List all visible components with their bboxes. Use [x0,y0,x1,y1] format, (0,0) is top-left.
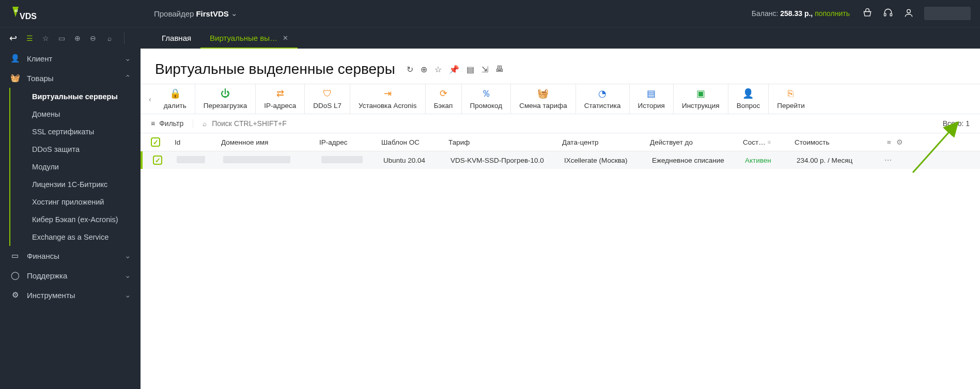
checkbox-row[interactable] [153,155,162,165]
chevron-down-icon: ⌄ [125,290,131,300]
table-row[interactable]: Ubuntu 20.04 VDS-KVM-SSD-Прогрев-10.0 IX… [141,151,980,169]
headset-icon[interactable] [883,8,893,20]
col-status[interactable]: Сост… ≡ [743,138,795,146]
cell-domain [223,156,290,163]
user-menu[interactable] [924,7,971,20]
svg-rect-2 [884,13,886,15]
print-icon[interactable]: 🖶 [495,65,504,74]
tb-acronis[interactable]: ⇥Установка Acronis [350,84,426,114]
col-tariff[interactable]: Тариф [448,138,562,146]
star-icon[interactable]: ☆ [434,65,442,74]
search-box[interactable]: ⌕ [193,119,943,128]
download-icon[interactable]: ⇲ [481,65,488,74]
lock-icon: 🔒 [169,87,181,100]
balance-value: 258.33 р., [780,9,813,18]
col-expires[interactable]: Действует до [650,138,743,146]
tb-tariff[interactable]: 🧺Смена тарифа [511,84,575,114]
nav-label: Поддержка [27,271,67,280]
tb-goto[interactable]: ⎘Перейти [769,84,813,114]
globe-icon[interactable]: ⊕ [421,65,427,74]
tab-label: Главная [162,34,191,42]
network-icon: ⇄ [276,87,284,100]
export-icon[interactable]: ▤ [466,65,474,74]
refresh-icon[interactable]: ↻ [407,65,413,74]
nav-label: Финансы [27,252,59,260]
tree-icon[interactable]: ☰ [26,34,33,42]
nav-finance[interactable]: ▭ Финансы ⌄ [0,246,141,266]
search-icon[interactable]: ⌕ [107,34,112,42]
tb-question[interactable]: 👤Вопрос [728,84,769,114]
tb-history[interactable]: ▤История [630,84,674,114]
sidebar-item-hosting[interactable]: Хостинг приложений [28,193,141,211]
chevron-up-icon: ⌃ [125,73,131,83]
col-os[interactable]: Шаблон ОС [381,138,448,146]
sidebar-item-bitrix[interactable]: Лицензии 1С-Битрикс [28,176,141,193]
chevron-down-icon: ⌄ [125,271,131,280]
col-id[interactable]: Id [175,138,221,146]
tb-delete[interactable]: 🔒далить [155,84,195,114]
star-icon[interactable]: ☆ [42,34,49,42]
sort-icon: ≡ [768,139,771,145]
filter-bar: ≡ Фильтр ⌕ Всего: 1 [141,114,980,133]
sidebar-item-modules[interactable]: Модули [28,158,141,176]
search-input[interactable] [212,119,418,128]
sidebar-item-ddos[interactable]: DDoS защита [28,141,141,158]
nav-client[interactable]: 👤 Клиент ⌄ [0,49,141,68]
topup-link[interactable]: пополнить [815,9,850,18]
toolbar-prev[interactable]: ‹ [145,84,155,114]
sidebar-item-vds[interactable]: Виртуальные серверы [28,88,141,105]
back-icon[interactable]: ↩ [9,33,17,44]
tab-vds[interactable]: Виртуальные вы… ✕ [200,27,298,49]
backup-icon: ⟳ [440,87,447,100]
tb-reboot[interactable]: ⏻Перезагрузка [195,84,256,114]
plus-circle-icon[interactable]: ⊕ [74,34,81,42]
filter-button[interactable]: ≡ Фильтр [151,119,193,128]
sidebar-item-exchange[interactable]: Exchange as a Service [28,228,141,246]
tabs: Главная Виртуальные вы… ✕ [152,27,298,49]
close-icon[interactable]: ✕ [283,34,288,42]
sidebar-item-domains[interactable]: Домены [28,105,141,123]
cell-tariff: VDS-KVM-SSD-Прогрев-10.0 [450,157,564,164]
tb-stats[interactable]: ◔Статистика [576,84,630,114]
nav-tools[interactable]: ⚙ Инструменты ⌄ [0,285,141,305]
user-icon[interactable] [904,8,914,20]
provider-selector[interactable]: Провайдер FirstVDS ⌄ [154,9,238,18]
col-domain[interactable]: Доменное имя [221,138,319,146]
nav-support[interactable]: ◯ Поддержка ⌄ [0,266,141,285]
minus-circle-icon[interactable]: ⊖ [90,34,96,42]
col-cost[interactable]: Стоимость [795,138,882,146]
tb-instr[interactable]: ▣Инструкция [674,84,728,114]
briefcase-icon[interactable]: ▭ [58,34,65,42]
basket-icon[interactable] [862,8,873,20]
logo[interactable]: st VDS [9,6,40,21]
col-ip[interactable]: IP-адрес [319,138,381,146]
col-dc[interactable]: Дата-центр [562,138,650,146]
svg-rect-3 [890,13,892,15]
columns-menu-icon[interactable]: ≡ [887,138,891,146]
checkbox-all[interactable] [151,137,160,147]
row-more-icon[interactable]: ⋯ [884,156,905,164]
cell-status: Активен [745,157,797,164]
topbar: st VDS Провайдер FirstVDS ⌄ Баланс: 258.… [0,0,980,27]
secondbar: ↩ ☰ ☆ ▭ ⊕ ⊖ ⌕ Главная Виртуальные вы… ✕ [0,27,980,49]
basket-icon: 🧺 [9,73,21,83]
nav-products[interactable]: 🧺 Товары ⌃ [0,68,141,88]
search-icon: ⌕ [203,119,207,128]
pin-icon[interactable]: 📌 [449,65,459,74]
sidebar-item-acronis[interactable]: Кибер Бэкап (ex-Acronis) [28,211,141,228]
tb-promo[interactable]: ％Промокод [462,84,511,114]
tb-ddos[interactable]: 🛡DDoS L7 [305,84,350,114]
gear-icon[interactable]: ⚙ [896,138,903,146]
user-icon: 👤 [9,54,21,63]
svg-text:st: st [14,9,18,12]
tab-main[interactable]: Главная [152,27,200,49]
cell-ip [321,156,363,163]
balance: Баланс: 258.33 р., пополнить [752,9,850,18]
tb-ip[interactable]: ⇄IP-адреса [256,84,305,114]
question-icon: 👤 [742,87,754,100]
nav-label: Инструменты [27,291,75,300]
balance-label: Баланс: [752,9,779,18]
cell-expires: Ежедневное списание [652,157,745,164]
tb-backup[interactable]: ⟳Бэкап [426,84,462,114]
sidebar-item-ssl[interactable]: SSL сертификаты [28,123,141,141]
